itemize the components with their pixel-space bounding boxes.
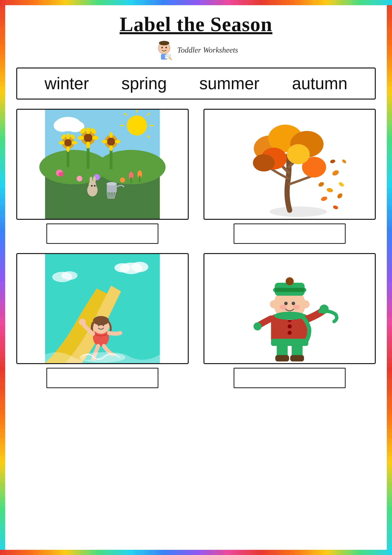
images-grid	[16, 109, 376, 388]
svg-point-91	[131, 262, 148, 272]
spring-label-box[interactable]	[46, 224, 158, 244]
summer-cell	[16, 253, 189, 388]
svg-point-122	[293, 305, 299, 309]
page-content: Label the Season Toddler Worksheets wint…	[5, 5, 387, 550]
svg-point-124	[270, 300, 278, 308]
svg-point-49	[59, 172, 63, 177]
svg-line-66	[109, 192, 109, 199]
svg-point-79	[253, 154, 275, 171]
svg-point-45	[115, 140, 121, 143]
svg-point-120	[292, 302, 295, 305]
summer-scene	[17, 254, 188, 363]
svg-rect-56	[139, 176, 141, 182]
svg-point-28	[66, 134, 70, 139]
svg-point-78	[287, 144, 310, 164]
svg-point-94	[61, 271, 78, 280]
right-rainbow-bar	[387, 0, 392, 555]
logo-area: Toddler Worksheets	[154, 40, 238, 60]
spring-cell	[16, 109, 189, 244]
left-rainbow-bar	[0, 0, 5, 555]
svg-point-50	[77, 176, 82, 182]
svg-point-52	[120, 177, 125, 183]
winter-cell	[203, 253, 376, 388]
svg-rect-63	[107, 184, 117, 192]
svg-point-35	[78, 136, 84, 140]
word-summer: summer	[200, 74, 259, 93]
svg-point-72	[270, 206, 327, 217]
svg-point-121	[279, 305, 286, 309]
winter-scene	[204, 254, 375, 363]
svg-point-26	[59, 141, 64, 145]
svg-point-36	[92, 136, 98, 140]
spring-image-box	[16, 109, 189, 220]
svg-point-29	[66, 146, 70, 152]
svg-rect-104	[271, 339, 308, 346]
svg-point-97	[93, 316, 109, 325]
svg-point-92	[114, 263, 130, 272]
bottom-rainbow-bar	[0, 550, 392, 555]
svg-point-46	[109, 132, 113, 138]
svg-rect-113	[290, 355, 304, 361]
winter-image-box	[203, 253, 376, 364]
svg-point-37	[86, 127, 90, 134]
svg-point-125	[301, 300, 309, 308]
svg-point-108	[319, 305, 329, 314]
svg-point-62	[94, 185, 96, 187]
svg-rect-112	[275, 355, 289, 361]
svg-line-68	[112, 192, 112, 199]
svg-point-44	[102, 140, 107, 143]
logo-icon	[154, 40, 174, 60]
word-spring: spring	[121, 74, 167, 93]
winter-label-box[interactable]	[234, 368, 346, 388]
svg-point-119	[284, 302, 288, 305]
logo-text: Toddler Worksheets	[177, 45, 238, 54]
svg-point-2	[161, 47, 163, 48]
svg-point-3	[165, 47, 167, 48]
autumn-label-box[interactable]	[234, 224, 346, 244]
svg-point-25	[64, 139, 72, 146]
svg-point-107	[288, 331, 292, 335]
svg-point-106	[288, 324, 292, 328]
svg-rect-54	[130, 177, 132, 183]
autumn-image-box	[203, 109, 376, 220]
svg-point-59	[89, 177, 93, 183]
svg-point-98	[98, 324, 100, 326]
svg-point-38	[86, 141, 90, 148]
svg-rect-118	[275, 288, 304, 292]
word-bank: winter spring summer autumn	[16, 67, 376, 100]
autumn-cell	[203, 109, 376, 244]
word-autumn: autumn	[292, 74, 348, 93]
svg-point-100	[79, 319, 86, 325]
svg-point-64	[107, 182, 117, 186]
svg-point-27	[71, 141, 77, 145]
svg-point-61	[91, 185, 93, 187]
svg-point-1	[159, 41, 169, 45]
summer-image-box	[16, 253, 189, 364]
svg-point-47	[109, 146, 113, 151]
top-rainbow-bar	[0, 0, 392, 5]
word-winter: winter	[44, 74, 89, 93]
spring-scene	[17, 110, 188, 219]
svg-point-99	[102, 324, 104, 326]
svg-point-60	[93, 176, 96, 183]
svg-point-109	[253, 322, 261, 330]
svg-point-117	[285, 277, 293, 285]
svg-point-16	[127, 116, 147, 136]
svg-point-34	[84, 134, 93, 142]
page-title: Label the Season	[120, 13, 272, 36]
autumn-scene	[204, 110, 375, 219]
summer-label-box[interactable]	[46, 368, 158, 388]
svg-point-43	[107, 138, 115, 146]
